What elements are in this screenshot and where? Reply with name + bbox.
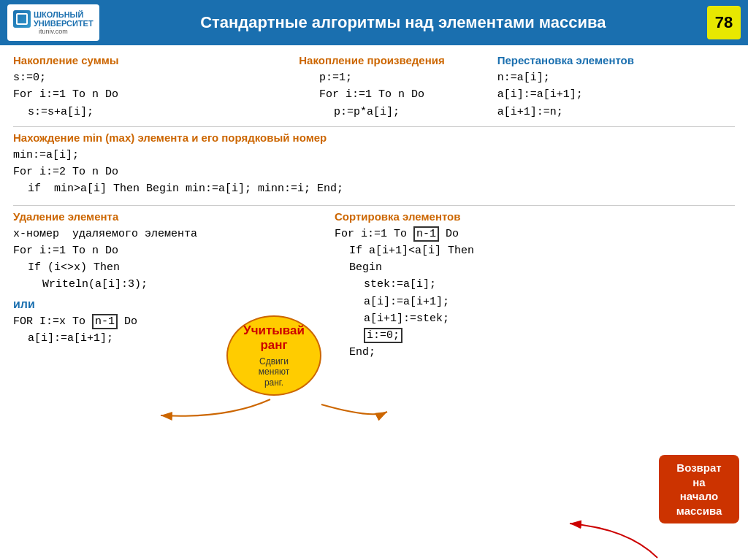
callout-vozvrat-text: Возвратнаначаломассива xyxy=(676,461,722,517)
logo-text-line2: Университет xyxy=(34,19,94,28)
col-prod: Накопление произведения p:=1; For i:=1 T… xyxy=(251,54,492,120)
sort-line6: a[i+1]:=stek; xyxy=(335,310,730,327)
sum-line3: s:=s+a[i]; xyxy=(13,104,246,120)
sort-line2: If a[i+1]<a[i] Then xyxy=(335,242,730,259)
header-title: Стандартные алгоритмы над элементами мас… xyxy=(107,13,700,32)
callout-ucit: Учитывай ранг Сдвигименяютранг. xyxy=(226,315,321,396)
prod-line2: For i:=1 To n Do xyxy=(319,86,424,103)
ili-text: или xyxy=(13,298,316,312)
prod-title: Накопление произведения xyxy=(255,54,488,66)
callout-ucit-line2: ранг xyxy=(260,338,287,353)
prod-line1: p:=1; xyxy=(319,69,424,86)
sort-line1: For i:=1 To n-1 Do xyxy=(335,226,730,242)
sum-line2: For i:=1 To n Do xyxy=(13,86,246,103)
del-code: x-номер удаляемого элемента For i:=1 To … xyxy=(13,226,316,294)
minmax-title: Нахождение min (max) элемента и его поря… xyxy=(13,131,735,144)
bottom-section: Удаление элемента x-номер удаляемого эле… xyxy=(13,210,735,361)
swap-code: n:=a[i]; a[i]:=a[i+1]; a[i+1]:=n; xyxy=(497,69,730,120)
sum-line1: s:=0; xyxy=(13,69,246,86)
sort-line7: i:=0; xyxy=(335,327,730,344)
sort-title: Сортировка элементов xyxy=(335,210,730,223)
callout-ucit-line1: Учитывай xyxy=(243,323,305,338)
del-line2: If (i<>x) Then xyxy=(13,259,316,276)
col-sort: Сортировка элементов For i:=1 To n-1 Do … xyxy=(320,210,735,361)
callout-vozvrat: Возвратнаначаломассива xyxy=(659,455,739,523)
minmax-line1: min:=a[i]; xyxy=(13,147,735,164)
minmax-line3: if min>a[i] Then Begin min:=a[i]; minn:=… xyxy=(13,180,735,197)
col-swap: Перестановка элементов n:=a[i]; a[i]:=a[… xyxy=(493,54,735,120)
callout-ucit-line3: Сдвигименяютранг. xyxy=(259,356,289,388)
swap-line3: a[i+1]:=n; xyxy=(497,104,730,120)
swap-title: Перестановка элементов xyxy=(497,54,730,66)
del-line0: x-номер удаляемого элемента xyxy=(13,226,316,242)
page-number: 78 xyxy=(707,6,741,39)
sort-line4: stek:=a[i]; xyxy=(335,276,730,293)
del-line1: For i:=1 To n Do xyxy=(13,242,316,259)
sort-line5: a[i]:=a[i+1]; xyxy=(335,294,730,310)
logo: Школьный Университет ituniv.com xyxy=(7,4,99,41)
sort-line3: Begin xyxy=(335,259,730,276)
logo-text-main: Школьный xyxy=(34,10,94,19)
middle-section: Нахождение min (max) элемента и его поря… xyxy=(13,131,735,198)
sort-code: For i:=1 To n-1 Do If a[i+1]<a[i] Then B… xyxy=(335,226,730,361)
prod-line3: p:=p*a[i]; xyxy=(319,104,424,120)
header: Школьный Университет ituniv.com Стандарт… xyxy=(0,0,748,45)
col-sum: Накопление суммы s:=0; For i:=1 To n Do … xyxy=(13,54,251,120)
sum-code: s:=0; For i:=1 To n Do s:=s+a[i]; xyxy=(13,69,246,120)
minmax-line2: For i:=2 To n Do xyxy=(13,164,735,180)
swap-line1: n:=a[i]; xyxy=(497,69,730,86)
logo-icon xyxy=(13,10,31,28)
prod-code: p:=1; For i:=1 To n Do p:=p*a[i]; xyxy=(319,69,424,120)
top-section: Накопление суммы s:=0; For i:=1 To n Do … xyxy=(13,54,735,120)
divider1 xyxy=(13,126,735,127)
sort-line8: End; xyxy=(335,344,730,361)
logo-url: ituniv.com xyxy=(39,28,68,35)
del-title: Удаление элемента xyxy=(13,210,316,223)
minmax-code: min:=a[i]; For i:=2 To n Do if min>a[i] … xyxy=(13,147,735,198)
del-line3: Writeln(a[i]:3); xyxy=(13,276,316,293)
swap-line2: a[i]:=a[i+1]; xyxy=(497,86,730,103)
sum-title: Накопление суммы xyxy=(13,54,246,66)
divider2 xyxy=(13,205,735,206)
main-content: Накопление суммы s:=0; For i:=1 To n Do … xyxy=(0,45,748,560)
